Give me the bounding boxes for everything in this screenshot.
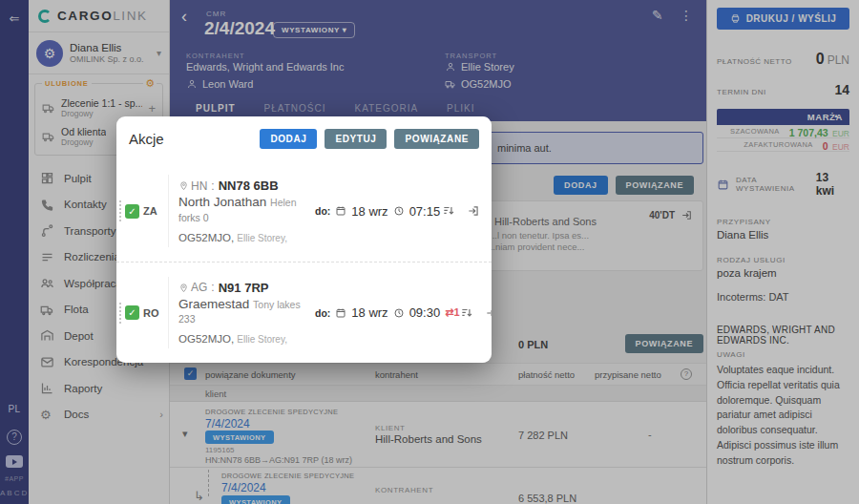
clock-icon [393,307,405,319]
stop-driver: Ellie Storey, [237,233,287,243]
stop-row[interactable]: ✓ ZA HN : NN78 6BB North Jonathan Helen … [116,160,492,262]
open-record-icon[interactable] [485,306,492,320]
stop-checked-icon[interactable]: ✓ [125,305,139,320]
pin-icon [178,180,189,191]
calendar-icon [335,307,346,319]
calendar-icon [335,205,346,217]
pin-icon [178,283,189,293]
stop-detail: forks 0 [178,212,311,223]
stop-row[interactable]: ✓ RO AG : N91 7RP Graemestad Tony lakes … [116,262,492,363]
sort-icon[interactable] [442,204,455,218]
stop-time: 09:30 [409,305,441,320]
stop-name-extra: Helen [270,197,296,208]
to-label: do: [315,307,330,319]
clock-icon [393,205,405,217]
stop-reference: N91 7RP [219,281,269,295]
route-dotline [119,303,121,324]
modal-add-button[interactable]: DODAJ [260,129,317,149]
stop-code: RO [143,307,159,319]
stop-code: ZA [143,205,157,217]
stop-date: 18 wrz [351,305,388,320]
modal-title: Akcje [129,131,164,147]
stop-time: 07:15 [409,204,441,219]
stop-checked-icon[interactable]: ✓ [125,204,139,219]
open-record-icon[interactable] [467,204,480,218]
stop-reference: NN78 6BB [219,178,279,193]
stop-place-code: HN [191,179,207,193]
modal-header: Akcje DODAJ EDYTUJ POWIĄZANE [116,116,492,160]
stop-name: North Jonathan [178,195,266,209]
stop-detail: 233 [178,313,311,325]
to-label: do: [315,205,330,217]
swap-count-icon: ⇄1 [445,306,459,319]
sort-icon[interactable] [460,306,473,320]
stop-date: 18 wrz [351,204,388,219]
modal-related-button[interactable]: POWIĄZANE [394,129,479,149]
modal-edit-button[interactable]: EDYTUJ [325,129,387,149]
separator: : [211,281,214,294]
stop-name-extra: Tony lakes [253,299,301,310]
actions-modal: Akcje DODAJ EDYTUJ POWIĄZANE ✓ ZA HN : N… [116,116,492,363]
separator: : [211,179,214,193]
app-window: ⇐ PL ? #APP ABCD CARGOLINK ⚙ Diana Ellis… [0,0,859,504]
stop-vehicle: OG52MJO, [178,232,234,243]
stop-driver: Ellie Storey, [237,334,287,345]
route-dotline [119,200,121,221]
stop-name: Graemestad [178,297,249,311]
stop-place-code: AG [191,281,207,294]
stop-vehicle: OG52MJO, [178,333,234,345]
